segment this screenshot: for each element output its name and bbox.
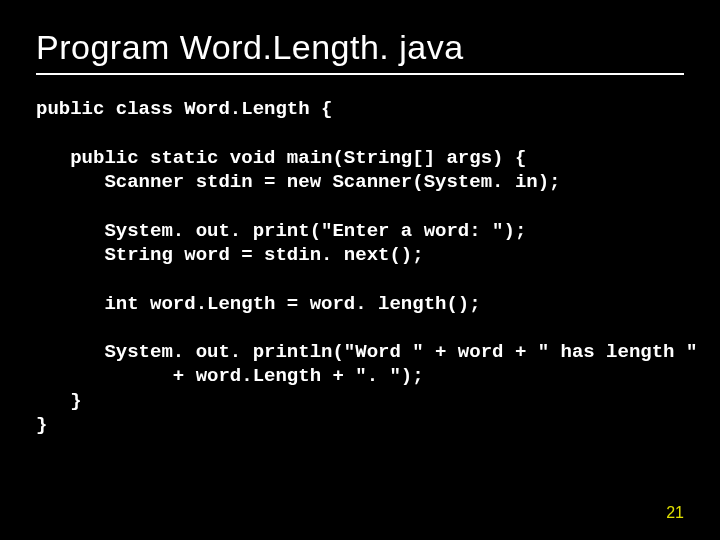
code-line: public class Word.Length { [36,98,332,120]
code-line: String word = stdin. next(); [36,244,424,266]
code-line: } [36,390,82,412]
code-line: System. out. println("Word " + word + " … [36,341,697,363]
slide-title: Program Word.Length. java [36,28,684,67]
page-number: 21 [666,504,684,522]
code-line: public static void main(String[] args) { [36,147,526,169]
code-block: public class Word.Length { public static… [36,97,684,437]
code-line: Scanner stdin = new Scanner(System. in); [36,171,561,193]
code-line: System. out. print("Enter a word: "); [36,220,526,242]
code-line: } [36,414,47,436]
slide: Program Word.Length. java public class W… [0,0,720,540]
title-underline [36,73,684,75]
code-line: int word.Length = word. length(); [36,293,481,315]
code-line: + word.Length + ". "); [36,365,424,387]
